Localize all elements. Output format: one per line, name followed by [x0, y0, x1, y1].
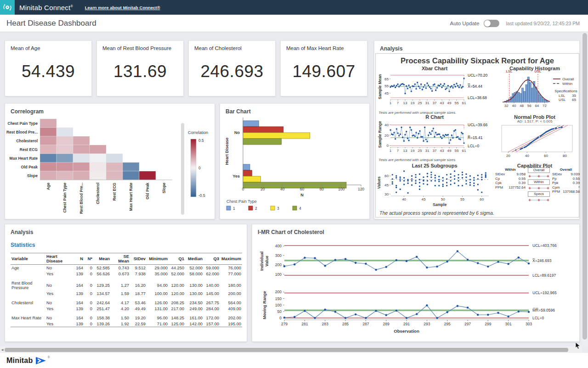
svg-text:55: 55 — [384, 84, 389, 88]
svg-text:USL: USL — [559, 98, 566, 102]
grouped-bar-chart: NoYes020406080100120NHeart DiseaseChest … — [221, 115, 368, 218]
svg-text:Moving Range: Moving Range — [262, 291, 267, 319]
svg-text:37: 37 — [433, 101, 437, 105]
svg-text:7: 7 — [397, 149, 399, 153]
svg-text:Chest Pain Type: Chest Pain Type — [8, 121, 38, 126]
svg-text:UCL=39.66: UCL=39.66 — [468, 123, 488, 127]
page-title: Heart Disease Dashboard — [6, 19, 96, 28]
svg-text:37: 37 — [433, 149, 437, 153]
table-row: CholesterolNo1640242.644.1753.46126.0020… — [11, 300, 242, 306]
kpi-value: 131.69 — [97, 62, 183, 81]
svg-text:60: 60 — [384, 174, 389, 178]
brand-name: Minitab Connect® — [19, 4, 73, 11]
svg-text:293: 293 — [424, 322, 430, 326]
svg-text:285: 285 — [342, 322, 349, 326]
svg-text:20: 20 — [506, 154, 510, 158]
table-row: AgeNo164052.5850.7439.51229.00044.25052.… — [11, 265, 242, 271]
stats-col-header: N* — [84, 253, 93, 265]
capability-box-specs: Specs — [528, 191, 550, 197]
svg-text:0: 0 — [279, 316, 282, 320]
svg-text:R̅=15.41: R̅=15.41 — [468, 135, 483, 140]
kpi-card-mean-max-hr: Mean of Max Heart Rate 149.607 — [280, 40, 368, 96]
imr-chart-panel: I-MR Chart of Cholesterol 100200300400UC… — [252, 224, 580, 342]
svg-text:45: 45 — [384, 91, 389, 95]
svg-text:20: 20 — [260, 187, 265, 191]
kpi-value: 149.607 — [281, 62, 367, 81]
kpi-value: 246.693 — [189, 62, 275, 81]
svg-text:80: 80 — [563, 154, 567, 158]
bar-chart-panel: Bar Chart NoYes020406080100120NHeart Dis… — [220, 103, 370, 219]
svg-text:Rest ECG: Rest ECG — [20, 147, 38, 152]
vertical-scrollbar[interactable] — [582, 32, 588, 346]
minitab-wordmark: Minitab — [6, 357, 33, 365]
capability-box-within: Within — [528, 179, 550, 185]
svg-text:Chest Pain Type: Chest Pain Type — [226, 199, 257, 204]
table-row: Yes1390139.261.9222.5971.00125.00142.001… — [11, 321, 242, 327]
panel-title: Analysis — [5, 224, 247, 235]
mouse-cursor — [575, 342, 582, 350]
svg-text:LCL=38.68: LCL=38.68 — [468, 95, 487, 100]
svg-text:56: 56 — [527, 104, 531, 108]
normal-prob-plot: 20406080 — [499, 123, 581, 163]
svg-text:61: 61 — [462, 149, 466, 153]
svg-text:300: 300 — [275, 253, 282, 258]
minitab-connect-dashboard: Minitab Connect® Learn more about Minita… — [0, 0, 588, 368]
svg-text:40: 40 — [280, 187, 285, 191]
svg-text:55: 55 — [460, 197, 464, 201]
correlogram-panel: Correlogram Chest Pain TypeRest Blood Pr… — [5, 103, 215, 219]
svg-text:64: 64 — [535, 104, 539, 108]
minitab-flag-icon — [35, 357, 46, 365]
kpi-label: Mean of Rest Blood Pressure — [97, 41, 183, 51]
svg-text:31: 31 — [425, 149, 430, 153]
dashboard-header: Heart Disease Dashboard Auto Update last… — [0, 15, 588, 32]
svg-text:80: 80 — [320, 187, 324, 191]
stats-col-header: Median — [185, 253, 204, 265]
svg-text:LCL=0: LCL=0 — [468, 144, 480, 148]
r-chart-note: Tests are performed with unequal sample … — [379, 158, 456, 162]
kpi-card-mean-rest-bp: Mean of Rest Blood Pressure 131.69 — [96, 40, 184, 96]
svg-text:30: 30 — [384, 192, 389, 196]
stats-col-header: Q1 — [169, 253, 185, 265]
statistics-panel: Analysis Statistics VariableHeart Diseas… — [5, 224, 247, 342]
horizontal-scrollbar[interactable]: ◄ — [0, 346, 582, 353]
svg-text:LCL=0: LCL=0 — [532, 316, 544, 320]
svg-text:65: 65 — [572, 98, 576, 102]
capability-plot: WithinStDev9.058Cp0.55Cpk0.39PPM137752.6… — [495, 167, 580, 203]
auto-update-label: Auto Update — [450, 21, 480, 26]
minitab-connect-logo[interactable] — [0, 0, 15, 15]
analysis-sixpack-panel: Analysis Process Capability Sixpack Repo… — [374, 40, 580, 219]
xbar-chart-title: Xbar Chart — [376, 66, 493, 71]
top-app-bar: Minitab Connect® Learn more about Minita… — [0, 0, 588, 15]
svg-text:20: 20 — [384, 134, 389, 138]
correlogram-heatmap: Chest Pain TypeRest Blood Pre...Choleste… — [5, 113, 215, 219]
svg-text:Chest Pain Type: Chest Pain Type — [62, 183, 67, 213]
svg-text:55: 55 — [455, 101, 459, 105]
kpi-card-mean-cholesterol: Mean of Cholesterol 246.693 — [188, 40, 276, 96]
scroll-left-arrow[interactable]: ◄ — [0, 348, 5, 352]
svg-text:UCL=70.20: UCL=70.20 — [468, 73, 488, 78]
stats-col-header: Maximum — [220, 253, 242, 265]
toggle-knob — [484, 20, 491, 27]
learn-more-link[interactable]: Learn more about Minitab Connect® — [85, 5, 160, 10]
svg-text:61: 61 — [462, 101, 466, 105]
horizontal-scroll-thumb[interactable] — [5, 348, 568, 352]
auto-update-toggle[interactable] — [484, 20, 499, 27]
svg-text:291: 291 — [403, 322, 410, 326]
svg-text:65: 65 — [384, 77, 389, 81]
svg-text:Max Heart Rate: Max Heart Rate — [129, 183, 133, 211]
svg-text:200: 200 — [275, 262, 282, 267]
kpi-label: Mean of Cholesterol — [189, 41, 275, 51]
kpi-label: Mean of Max Heart Rate — [281, 41, 367, 51]
svg-text:Rest ECG: Rest ECG — [112, 183, 117, 201]
svg-text:Age: Age — [46, 183, 51, 190]
vertical-scroll-thumb[interactable] — [582, 33, 587, 340]
svg-text:297: 297 — [464, 322, 471, 326]
svg-text:Observation: Observation — [394, 329, 419, 334]
svg-text:Slope: Slope — [27, 173, 38, 178]
svg-text:Max Heart Rate: Max Heart Rate — [10, 156, 38, 161]
svg-text:LSL: LSL — [559, 94, 565, 98]
svg-text:32: 32 — [504, 104, 509, 108]
svg-text:289: 289 — [383, 322, 390, 326]
svg-text:Overall: Overall — [562, 77, 574, 81]
svg-text:301: 301 — [505, 322, 512, 326]
